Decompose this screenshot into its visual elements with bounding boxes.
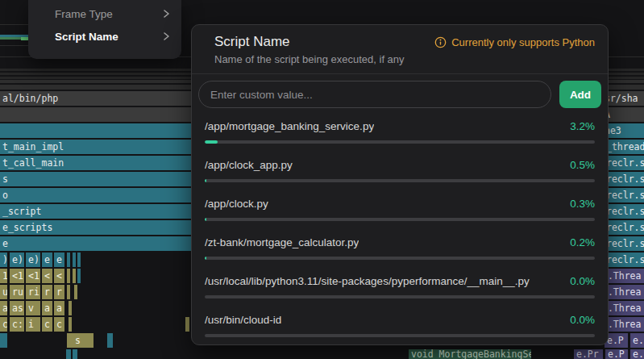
minimap-strip: [0, 45, 28, 46]
script-name: /usr/local/lib/python3.11/site-packages/…: [205, 275, 530, 287]
script-option-row: /app/clock_app.py 0.5%: [205, 157, 595, 172]
flame-frame[interactable]: reclr.s: [604, 156, 644, 170]
flame-frame[interactable]: ru: [10, 285, 24, 299]
flame-frame[interactable]: void MortgageBankingServi: [409, 349, 531, 359]
flame-frame[interactable]: e.: [630, 333, 644, 348]
flame-frame[interactable]: e): [26, 253, 40, 267]
flame-frame[interactable]: reclr.s: [604, 204, 644, 219]
flame-frame[interactable]: [73, 253, 76, 267]
flame-frame[interactable]: e: [54, 253, 64, 267]
minimap-strip: [0, 24, 28, 25]
script-option-row: /usr/local/lib/python3.11/site-packages/…: [205, 273, 595, 288]
script-usage-bar: [205, 140, 595, 144]
popover-title: Script Name: [214, 33, 290, 51]
menu-item-frame-type[interactable]: Frame Type: [28, 2, 181, 25]
flame-frame[interactable]: reclr.s: [604, 172, 644, 186]
flame-frame[interactable]: c:: [10, 317, 24, 332]
menu-item-label: Frame Type: [55, 8, 113, 20]
info-circle-icon: [434, 36, 447, 48]
flame-frame[interactable]: s: [67, 333, 93, 348]
flame-frame[interactable]: e.Pr: [574, 349, 603, 359]
flame-frame[interactable]: [185, 317, 189, 332]
flame-frame[interactable]: r: [54, 285, 64, 299]
flame-frame[interactable]: [74, 285, 77, 299]
flame-frame[interactable]: [73, 269, 76, 283]
script-option[interactable]: /zt-bank/mortgage_calculator.py 0.2%: [205, 231, 595, 269]
script-option-row: /usr/bin/cloud-id 0.0%: [205, 312, 595, 327]
flame-frame[interactable]: ri: [26, 285, 40, 299]
flame-frame[interactable]: c: [0, 317, 7, 332]
menu-item-script-name[interactable]: Script Name: [28, 25, 181, 48]
flame-frame[interactable]: a: [42, 301, 52, 315]
flame-frame[interactable]: [66, 349, 71, 359]
flame-frame[interactable]: [69, 317, 72, 332]
script-option[interactable]: /app/mortgage_banking_service.py 3.2%: [205, 115, 595, 153]
script-percentage: 0.2%: [563, 236, 595, 248]
script-percentage: 3.2%: [563, 120, 595, 132]
flame-frame[interactable]: [0, 333, 7, 348]
script-percentage: 0.0%: [563, 314, 595, 326]
script-option-row: /app/mortgage_banking_service.py 3.2%: [205, 119, 595, 133]
flame-frame[interactable]: [107, 333, 113, 348]
flame-frame[interactable]: ): [0, 253, 7, 267]
flame-frame[interactable]: reclr.s: [604, 188, 644, 202]
flame-frame[interactable]: [67, 269, 70, 283]
flame-frame[interactable]: c: [54, 317, 64, 332]
script-name: /app/clock.py: [205, 198, 268, 210]
script-usage-fill: [205, 257, 206, 260]
flame-frame[interactable]: u: [0, 285, 7, 299]
flame-frame[interactable]: [77, 253, 81, 267]
script-percentage: 0.3%: [563, 198, 595, 210]
flame-frame[interactable]: [73, 349, 77, 359]
script-option[interactable]: /usr/local/lib/python3.11/site-packages/…: [205, 269, 595, 308]
flamegraph-screen: al/bin/phpt_main_implt_call_mainso_scrip…: [0, 0, 644, 359]
script-name: /zt-bank/mortgage_calculator.py: [205, 236, 359, 248]
flame-frame[interactable]: e: [42, 253, 52, 267]
script-option-row: /app/clock.py 0.3%: [205, 196, 595, 211]
script-name-popover: Script Name Currently only supports Pyth…: [191, 24, 609, 345]
flame-frame[interactable]: c: [42, 317, 52, 332]
script-usage-bar: [205, 334, 595, 337]
flame-frame[interactable]: <: [54, 269, 64, 283]
chevron-right-icon: [163, 31, 170, 41]
flame-frame[interactable]: <1: [26, 269, 40, 283]
notice-text: Currently only supports Python: [451, 36, 595, 48]
flame-frame[interactable]: reclr.s: [604, 220, 644, 235]
flame-frame[interactable]: <: [42, 269, 52, 283]
flame-frame[interactable]: e): [10, 253, 24, 267]
flame-frame[interactable]: [69, 301, 72, 315]
flame-frame[interactable]: [67, 253, 70, 267]
menu-item-label: Script Name: [55, 31, 118, 43]
flame-frame[interactable]: _thread: [604, 140, 644, 154]
flame-frame[interactable]: [77, 269, 81, 283]
script-options-list: /app/mortgage_banking_service.py 3.2% /a…: [192, 115, 608, 345]
flame-frame[interactable]: 1: [0, 269, 7, 283]
flame-frame[interactable]: a: [54, 301, 64, 315]
add-button[interactable]: Add: [559, 81, 601, 108]
script-usage-bar: [205, 257, 595, 260]
popover-subtitle: Name of the script being executed, if an…: [214, 52, 595, 67]
flame-frame[interactable]: a: [0, 301, 7, 315]
chevron-right-icon: [163, 9, 170, 19]
script-option-row: /zt-bank/mortgage_calculator.py 0.2%: [205, 235, 595, 249]
custom-value-input[interactable]: [198, 81, 551, 108]
flame-frame[interactable]: reclr.s: [604, 253, 644, 267]
script-name: /app/clock_app.py: [205, 159, 293, 171]
flame-frame[interactable]: r: [42, 285, 52, 299]
script-usage-bar: [205, 179, 595, 182]
script-option[interactable]: /app/clock_app.py 0.5%: [205, 153, 595, 192]
script-percentage: 0.5%: [563, 159, 595, 171]
flame-frame[interactable]: i: [26, 317, 40, 332]
flame-frame[interactable]: e.: [630, 349, 644, 359]
flame-frame[interactable]: e.P: [605, 349, 628, 359]
flame-frame[interactable]: as: [10, 301, 24, 315]
flame-frame[interactable]: reclr.s: [604, 236, 644, 251]
flame-frame[interactable]: <1: [10, 269, 24, 283]
script-option[interactable]: /app/clock.py 0.3%: [205, 192, 595, 231]
script-usage-bar: [205, 295, 595, 298]
flame-frame[interactable]: [67, 285, 70, 299]
popover-header: Script Name Currently only supports Pyth…: [192, 25, 608, 73]
script-name: /usr/bin/cloud-id: [205, 314, 281, 326]
flame-frame[interactable]: v: [26, 301, 40, 315]
script-option[interactable]: /usr/bin/cloud-id 0.0%: [205, 308, 595, 345]
